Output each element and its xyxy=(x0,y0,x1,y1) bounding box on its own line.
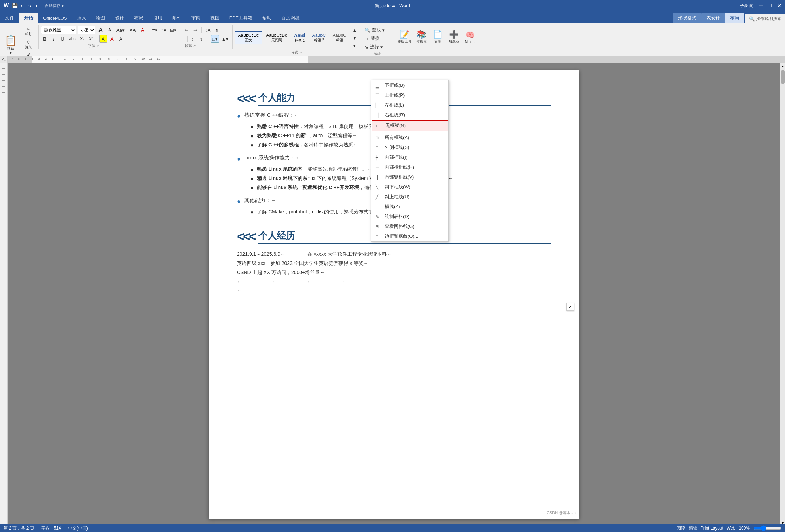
decrease-indent-button[interactable]: ⇐ xyxy=(182,26,190,34)
style-title[interactable]: AaBbC 标题 xyxy=(330,31,349,44)
cm-draw-table[interactable]: ✎ 绘制表格(D) xyxy=(371,212,448,222)
cm-horizontal-line[interactable]: ─ 横线(Z) xyxy=(371,202,448,212)
style-heading1[interactable]: AaBl 标题 1 xyxy=(291,31,308,44)
customize-icon[interactable]: ▼ xyxy=(35,4,38,8)
font-grow-button[interactable]: A xyxy=(97,26,104,34)
replace-button[interactable]: ↔ 替换 xyxy=(363,35,391,42)
redo-icon[interactable]: ↪ xyxy=(28,3,32,8)
tab-draw[interactable]: 绘图 xyxy=(91,13,110,23)
align-right-button[interactable]: ≡ xyxy=(169,35,176,43)
cm-left-border[interactable]: ▏ 左框线(L) xyxy=(371,100,448,110)
justify-button[interactable]: ≡ xyxy=(178,35,185,43)
strikethrough-button[interactable]: abc xyxy=(67,35,77,43)
tab-shape-format[interactable]: 形状格式 xyxy=(673,13,701,23)
increase-indent-button[interactable]: ⇒ xyxy=(191,26,199,34)
borders-button[interactable]: □▾ xyxy=(211,35,219,43)
tab-table-design[interactable]: 表设计 xyxy=(701,13,725,23)
tab-officeplus[interactable]: OfficePLUS xyxy=(38,13,72,23)
cm-inside-borders[interactable]: ╋ 内部框线(I) xyxy=(371,152,448,162)
horizontal-ruler[interactable]: 7 6 5 4 3 2 1 1 2 3 4 5 6 7 8 9 10 11 12 xyxy=(8,56,785,63)
find-button[interactable]: 🔍 查找 ▾ xyxy=(363,26,391,34)
typesetting-tool-button[interactable]: 📝 排版工具 xyxy=(396,26,413,48)
context-menu[interactable]: ▁ 下框线(B) ▔ 上框线(P) ▏ 左框线(L) ▕ 右框线(R) □ xyxy=(371,80,449,242)
cm-diag-up[interactable]: ╱ 斜上框线(U) xyxy=(371,192,448,202)
multilevel-button[interactable]: ⊟▾ xyxy=(169,26,178,34)
ruler-corner[interactable]: At xyxy=(0,56,8,63)
cm-borders-shading[interactable]: □ 边框和底纹(O)... xyxy=(371,231,448,241)
font-color-button[interactable]: A xyxy=(108,35,116,43)
user-name[interactable]: 子豪 向 xyxy=(740,3,754,9)
tab-pdf[interactable]: PDF工具箱 xyxy=(224,13,257,23)
align-center-button[interactable]: ≡ xyxy=(160,35,168,43)
close-button[interactable]: ✕ xyxy=(777,2,781,9)
subscript-button[interactable]: X₂ xyxy=(78,35,86,43)
cm-right-border[interactable]: ▕ 右框线(R) xyxy=(371,110,448,120)
tab-baidu[interactable]: 百度网盘 xyxy=(276,13,305,23)
window-controls[interactable]: 子豪 向 ─ □ ✕ xyxy=(740,2,781,9)
bold-button[interactable]: B xyxy=(41,35,49,43)
read-view-button[interactable]: 阅读 xyxy=(677,525,685,531)
bullets-button[interactable]: ≡▾ xyxy=(151,26,159,34)
shading-button[interactable]: ▲▾ xyxy=(220,35,230,43)
font-size-select[interactable]: 小五 xyxy=(78,26,95,34)
maximize-button[interactable]: □ xyxy=(768,2,772,9)
edit-view-button[interactable]: 编辑 xyxy=(689,525,697,531)
tab-references[interactable]: 引用 xyxy=(148,13,167,23)
add-page-button[interactable]: ➕ 加载页 xyxy=(446,26,462,48)
tab-view[interactable]: 视图 xyxy=(205,13,224,23)
text-highlight-button[interactable]: A xyxy=(99,35,107,43)
undo-icon[interactable]: ↩ xyxy=(20,3,25,8)
numbering-button[interactable]: ⁼▾ xyxy=(160,26,168,34)
web-view-button[interactable]: Web xyxy=(727,526,735,531)
style-normal[interactable]: AaBbCcDc 正文 xyxy=(235,31,263,44)
print-view-button[interactable]: Print Layout xyxy=(701,526,723,531)
show-hide-button[interactable]: ¶ xyxy=(213,26,221,34)
italic-button[interactable]: I xyxy=(50,35,58,43)
tab-review[interactable]: 审阅 xyxy=(186,13,205,23)
tab-design[interactable]: 设计 xyxy=(110,13,129,23)
align-left-button[interactable]: ≡ xyxy=(151,35,159,43)
cm-all-borders[interactable]: ⊞ 所有框线(A) xyxy=(371,133,448,143)
clear-format-button[interactable]: ✕A xyxy=(127,26,137,34)
tab-home[interactable]: 开始 xyxy=(19,13,38,23)
sort-button[interactable]: ↕A xyxy=(204,26,212,34)
vertical-scrollbar[interactable]: ▲ ▼ xyxy=(780,63,785,526)
cm-bottom-border[interactable]: ▁ 下框线(B) xyxy=(371,80,448,90)
paragraph-spacing-button[interactable]: ↨≡ xyxy=(199,35,206,43)
save-icon[interactable]: 💾 xyxy=(12,3,18,8)
change-case-button[interactable]: Aa▾ xyxy=(115,26,126,34)
cm-no-border[interactable]: □ 无框线(N) xyxy=(372,120,448,131)
cm-diag-down[interactable]: ╲ 斜下框线(W) xyxy=(371,182,448,192)
document-area[interactable]: <<< 个人能力 ● 熟练掌握 C ++编程：← ■ 熟悉 C ++语言特性， … xyxy=(8,63,780,526)
cm-view-gridlines[interactable]: ⊞ 查看网格线(G) xyxy=(371,222,448,231)
tab-table-layout[interactable]: 布局 xyxy=(725,13,744,23)
quick-access-toolbar[interactable]: W 💾 ↩ ↪ ▼ 自动保存 ● xyxy=(4,2,64,9)
styles-scroll-up[interactable]: ▲ xyxy=(351,26,359,34)
superscript-button[interactable]: X² xyxy=(87,35,95,43)
cm-top-border[interactable]: ▔ 上框线(P) xyxy=(371,90,448,100)
tab-insert[interactable]: 插入 xyxy=(72,13,91,23)
tab-layout[interactable]: 布局 xyxy=(129,13,148,23)
copy-button[interactable]: ⬡ 复制 xyxy=(20,39,36,51)
zoom-slider[interactable] xyxy=(753,525,781,531)
font-color-btn2[interactable]: A xyxy=(139,26,146,34)
scroll-up-button[interactable]: ▲ xyxy=(781,63,785,69)
style-heading2[interactable]: AaBbC 标题 2 xyxy=(309,31,329,44)
style-no-spacing[interactable]: AaBbCcDc 无间隔 xyxy=(263,31,290,44)
tab-mailings[interactable]: 邮件 xyxy=(167,13,186,23)
font-shrink-button[interactable]: A xyxy=(106,26,114,34)
cm-inside-v-borders[interactable]: ║ 内部竖框线(V) xyxy=(371,172,448,182)
tab-help[interactable]: 帮助 xyxy=(257,13,276,23)
font-color-dropper[interactable]: A xyxy=(117,35,125,43)
mindmap-button[interactable]: 🧠 Mind... xyxy=(462,26,478,48)
move-image-button[interactable]: ⤢ xyxy=(566,303,574,311)
underline-button[interactable]: U xyxy=(59,35,66,43)
cm-inside-h-borders[interactable]: ═ 内部横框线(H) xyxy=(371,162,448,172)
line-spacing-button[interactable]: ↕≡ xyxy=(190,35,198,43)
cm-outside-borders[interactable]: □ 外侧框线(S) xyxy=(371,143,448,152)
cut-button[interactable]: ✂ 剪切 xyxy=(20,26,36,38)
minimize-button[interactable]: ─ xyxy=(759,2,763,9)
font-family-select[interactable]: 微软雅黑 xyxy=(41,26,76,34)
styles-expand[interactable]: ▾ xyxy=(351,42,359,49)
scroll-thumb[interactable] xyxy=(781,70,785,84)
